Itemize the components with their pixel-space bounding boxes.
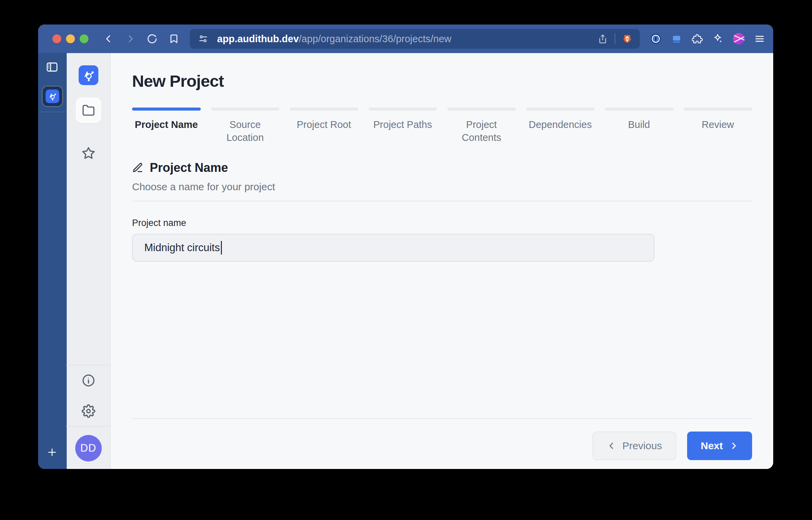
workspace-logo-icon xyxy=(46,90,59,103)
url-path: /app/organizations/36/projects/new xyxy=(299,33,451,44)
wizard-stepper: Project Name Source Location Project Roo… xyxy=(132,108,752,144)
sidebar-divider xyxy=(66,365,110,365)
desktop-background: app.audithub.dev/app/organizations/36/pr… xyxy=(0,0,812,520)
url-host: app.audithub.dev xyxy=(217,33,299,44)
input-value: Midnight circuits xyxy=(144,242,220,254)
section-title: Project Name xyxy=(150,161,228,175)
close-button[interactable] xyxy=(52,34,61,43)
onepassword-icon[interactable] xyxy=(650,33,662,45)
profile-avatar-icon[interactable] xyxy=(733,33,745,45)
chevron-left-icon xyxy=(607,441,616,451)
puzzle-icon[interactable] xyxy=(692,33,703,45)
step-project-paths[interactable]: Project Paths xyxy=(369,108,437,144)
previous-button[interactable]: Previous xyxy=(592,432,676,460)
step-project-name[interactable]: Project Name xyxy=(132,108,201,144)
browser-window: app.audithub.dev/app/organizations/36/pr… xyxy=(38,25,773,469)
zoom-button[interactable] xyxy=(80,34,88,43)
screen-extension-icon[interactable] xyxy=(671,33,682,45)
text-cursor xyxy=(221,241,222,255)
brave-shield-icon[interactable] xyxy=(621,33,633,45)
section-subtitle: Choose a name for your project xyxy=(132,181,752,193)
sidebar-item-info[interactable] xyxy=(81,373,96,388)
rail-divider xyxy=(38,112,67,112)
sidebar-item-favorites[interactable] xyxy=(81,146,96,161)
workspace-rail xyxy=(38,53,67,469)
bookmark-icon[interactable] xyxy=(168,33,180,45)
address-bar[interactable]: app.audithub.dev/app/organizations/36/pr… xyxy=(190,29,640,49)
toolbar-divider xyxy=(615,33,615,44)
gear-icon xyxy=(82,404,95,418)
workspace-tile-active[interactable] xyxy=(42,86,63,107)
back-icon[interactable] xyxy=(103,33,114,45)
tune-icon[interactable] xyxy=(197,33,209,45)
add-workspace-button[interactable] xyxy=(46,446,59,459)
page-title: New Project xyxy=(132,71,752,91)
next-button[interactable]: Next xyxy=(687,432,752,460)
star-icon xyxy=(82,146,95,160)
project-name-label: Project name xyxy=(132,218,752,228)
forward-icon[interactable] xyxy=(125,33,136,45)
sidebar-toggle-icon[interactable] xyxy=(46,61,59,74)
step-build[interactable]: Build xyxy=(605,108,673,144)
wizard-footer: Previous Next xyxy=(132,432,752,460)
minimize-button[interactable] xyxy=(66,34,75,43)
step-dependencies[interactable]: Dependencies xyxy=(526,108,595,144)
step-project-contents[interactable]: Project Contents xyxy=(447,108,516,144)
traffic-lights xyxy=(38,34,88,43)
chevron-right-icon xyxy=(729,441,738,451)
app-logo-icon[interactable] xyxy=(79,65,98,85)
step-project-root[interactable]: Project Root xyxy=(290,108,358,144)
url-text: app.audithub.dev/app/organizations/36/pr… xyxy=(217,33,451,45)
sparkles-icon[interactable] xyxy=(712,33,724,45)
browser-toolbar: app.audithub.dev/app/organizations/36/pr… xyxy=(38,25,773,53)
share-icon[interactable] xyxy=(597,33,608,45)
section-divider xyxy=(132,201,752,201)
footer-divider xyxy=(132,418,752,419)
menu-icon[interactable] xyxy=(754,33,765,45)
reload-icon[interactable] xyxy=(146,33,158,45)
sidebar-divider xyxy=(66,426,110,427)
sidebar-item-settings[interactable] xyxy=(81,404,96,419)
pencil-icon xyxy=(132,162,144,174)
main-content: New Project Project Name Source Location… xyxy=(111,53,773,469)
user-avatar[interactable]: DD xyxy=(75,435,102,461)
info-icon xyxy=(82,374,95,387)
folder-icon xyxy=(82,104,95,117)
app-sidebar: DD xyxy=(67,53,111,469)
project-name-input[interactable]: Midnight circuits xyxy=(132,234,654,262)
step-review[interactable]: Review xyxy=(684,108,752,144)
sidebar-item-projects[interactable] xyxy=(76,97,101,123)
step-source-location[interactable]: Source Location xyxy=(211,108,280,144)
